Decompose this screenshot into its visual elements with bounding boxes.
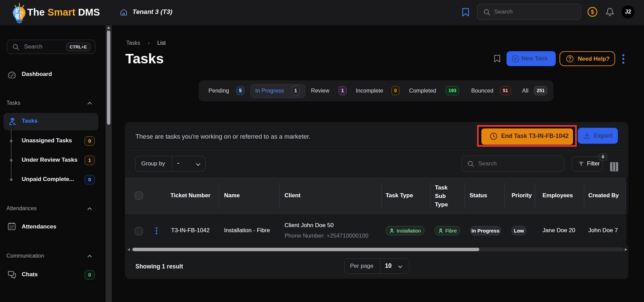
svg-text:$: $ — [591, 9, 594, 15]
